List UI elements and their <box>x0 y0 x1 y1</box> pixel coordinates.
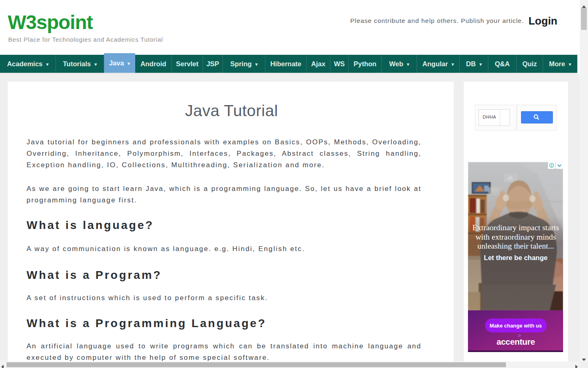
svg-text:Make change with us: Make change with us <box>490 323 542 329</box>
svg-text:Extraordinary impact starts: Extraordinary impact starts <box>472 223 559 232</box>
svg-text:with extraordinary minds: with extraordinary minds <box>475 233 556 241</box>
svg-text:accenture: accenture <box>497 337 535 346</box>
svg-text:Let there be change: Let there be change <box>484 254 548 261</box>
svg-text:unleashing their talent...: unleashing their talent... <box>477 242 554 250</box>
